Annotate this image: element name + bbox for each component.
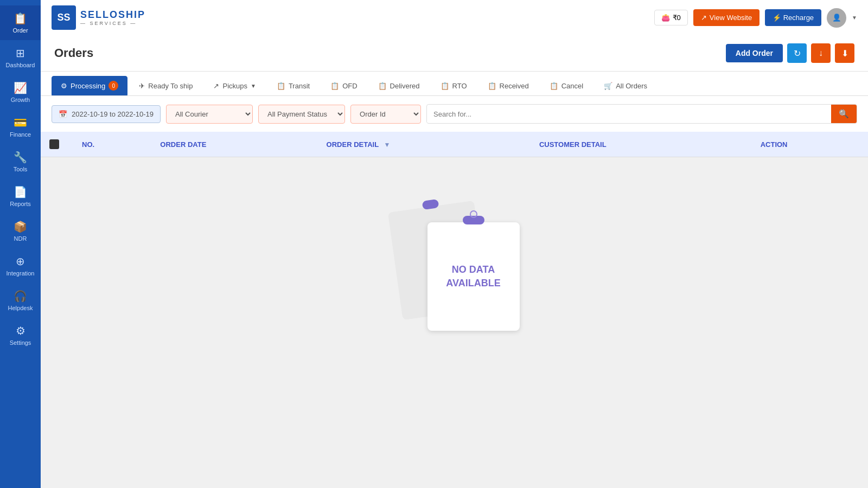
sidebar: 📋 Order ⊞ Dashboard 📈 Growth 💳 Finance 🔧… — [0, 0, 41, 488]
delivered-icon: 📋 — [378, 82, 387, 90]
add-order-button[interactable]: Add Order — [726, 44, 783, 62]
wallet-amount: ₹0 — [673, 14, 681, 22]
clipboard-illustration: NO DATA AVAILABLE — [384, 190, 525, 342]
download-button[interactable]: ↓ — [811, 43, 831, 63]
date-range-filter[interactable]: 📅 2022-10-19 to 2022-10-19 — [52, 105, 161, 123]
calendar-icon: 📅 — [59, 110, 67, 118]
sidebar-item-settings[interactable]: ⚙ Settings — [0, 318, 41, 352]
sidebar-item-finance[interactable]: 💳 Finance — [0, 110, 41, 144]
user-dropdown-arrow[interactable]: ▼ — [852, 15, 857, 21]
logo-area: SS SELLOSHIP — SERVICES — — [52, 5, 649, 30]
pickups-icon: ↗ — [213, 82, 219, 90]
ofd-icon: 📋 — [330, 82, 339, 90]
page-title: Orders — [54, 46, 93, 60]
no-col-header: NO. — [73, 132, 151, 157]
pickups-dropdown-arrow: ▼ — [251, 83, 256, 89]
settings-icon: ⚙ — [16, 324, 25, 337]
empty-state: NO DATA AVAILABLE — [41, 157, 868, 374]
growth-icon: 📈 — [14, 81, 27, 94]
customer-detail-col-header: CUSTOMER DETAIL — [531, 132, 752, 157]
page-header: Orders Add Order ↻ ↓ ⬇ — [41, 35, 868, 72]
rto-icon: 📋 — [441, 82, 449, 90]
order-detail-filter-icon[interactable]: ▼ — [384, 141, 391, 149]
user-avatar-button[interactable]: 👤 — [827, 8, 846, 28]
reports-icon: 📄 — [14, 185, 27, 198]
topbar: SS SELLOSHIP — SERVICES — 👛 ₹0 ↗ View We… — [41, 0, 868, 35]
order-id-filter[interactable]: Order IdAWBProduct — [350, 105, 421, 124]
orders-table: NO. ORDER DATE ORDER DETAIL ▼ CUSTOMER D… — [41, 132, 868, 157]
search-container: 🔍 — [426, 104, 857, 124]
tab-processing[interactable]: ⚙ Processing 0 — [52, 76, 127, 95]
recharge-button[interactable]: ⚡ Recharge — [765, 9, 821, 26]
brand-name: SELLOSHIP — [80, 9, 145, 21]
received-icon: 📋 — [488, 82, 496, 90]
tab-rto[interactable]: 📋 RTO — [431, 76, 476, 95]
user-icon: 👤 — [832, 14, 841, 22]
topbar-right: 👛 ₹0 ↗ View Website ⚡ Recharge 👤 ▼ — [654, 8, 857, 28]
clipboard-front: NO DATA AVAILABLE — [427, 222, 520, 331]
tabs-container: ⚙ Processing 0 ✈ Ready To ship ↗ Pickups… — [41, 72, 868, 96]
select-all-col — [41, 132, 73, 157]
sidebar-item-ndr[interactable]: 📦 NDR — [0, 214, 41, 248]
select-all-checkbox[interactable] — [49, 139, 59, 149]
sidebar-item-reports[interactable]: 📄 Reports — [0, 179, 41, 214]
dashboard-icon: ⊞ — [16, 47, 25, 60]
order-icon: 📋 — [14, 12, 27, 25]
helpdesk-icon: 🎧 — [14, 290, 27, 303]
logo-icon: SS — [52, 5, 76, 30]
tab-received[interactable]: 📋 Received — [478, 76, 538, 95]
sidebar-item-growth[interactable]: 📈 Growth — [0, 75, 41, 110]
courier-filter[interactable]: All CourierBlue DartDelhiveryFedEx — [166, 105, 253, 124]
cancel-icon: 📋 — [550, 82, 558, 90]
tab-ofd[interactable]: 📋 OFD — [321, 76, 366, 95]
order-date-col-header: ORDER DATE — [151, 132, 317, 157]
tab-ready-to-ship[interactable]: ✈ Ready To ship — [130, 76, 202, 95]
sidebar-item-integration[interactable]: ⊕ Integration — [0, 248, 41, 283]
tab-cancel[interactable]: 📋 Cancel — [540, 76, 592, 95]
sidebar-item-order[interactable]: 📋 Order — [0, 5, 41, 40]
ready-icon: ✈ — [139, 82, 145, 90]
processing-icon: ⚙ — [61, 82, 67, 90]
export-icon: ⬇ — [841, 48, 848, 59]
view-website-button[interactable]: ↗ View Website — [693, 9, 760, 26]
wallet-button[interactable]: 👛 ₹0 — [654, 10, 688, 25]
sidebar-item-helpdesk[interactable]: 🎧 Helpdesk — [0, 283, 41, 318]
refresh-button[interactable]: ↻ — [787, 43, 807, 63]
transit-icon: 📋 — [277, 82, 285, 90]
tab-all-orders[interactable]: 🛒 All Orders — [595, 76, 656, 95]
all-orders-icon: 🛒 — [604, 82, 612, 90]
main-content: SS SELLOSHIP — SERVICES — 👛 ₹0 ↗ View We… — [41, 0, 868, 488]
page-area: Orders Add Order ↻ ↓ ⬇ ⚙ Processing 0 — [41, 35, 868, 488]
header-actions: Add Order ↻ ↓ ⬇ — [726, 43, 854, 63]
external-link-icon: ↗ — [701, 14, 707, 22]
wallet-icon: 👛 — [661, 14, 670, 22]
tools-icon: 🔧 — [14, 151, 27, 164]
download-icon: ↓ — [819, 48, 823, 58]
table-header: NO. ORDER DATE ORDER DETAIL ▼ CUSTOMER D… — [41, 132, 868, 157]
sidebar-item-dashboard[interactable]: ⊞ Dashboard — [0, 40, 41, 75]
integration-icon: ⊕ — [16, 255, 25, 268]
search-icon: 🔍 — [839, 109, 849, 118]
search-input[interactable] — [427, 106, 831, 123]
brand-sub: — SERVICES — — [80, 21, 145, 26]
tab-transit[interactable]: 📋 Transit — [267, 76, 319, 95]
table-header-row: NO. ORDER DATE ORDER DETAIL ▼ CUSTOMER D… — [41, 132, 868, 157]
search-button[interactable]: 🔍 — [831, 105, 857, 123]
processing-badge: 0 — [108, 81, 118, 91]
table-container: NO. ORDER DATE ORDER DETAIL ▼ CUSTOMER D… — [41, 132, 868, 374]
filters-row: 📅 2022-10-19 to 2022-10-19 All CourierBl… — [41, 96, 868, 132]
sidebar-item-tools[interactable]: 🔧 Tools — [0, 144, 41, 179]
date-range-value: 2022-10-19 to 2022-10-19 — [72, 110, 154, 118]
logo-text: SELLOSHIP — SERVICES — — [80, 9, 145, 26]
ndr-icon: 📦 — [14, 220, 27, 233]
action-col-header: ACTION — [752, 132, 868, 157]
no-data-text: NO DATA AVAILABLE — [446, 263, 500, 290]
export-button[interactable]: ⬇ — [835, 43, 854, 63]
finance-icon: 💳 — [14, 116, 27, 129]
payment-status-filter[interactable]: All Payment StatusPrepaidCOD — [258, 105, 345, 124]
order-detail-col-header: ORDER DETAIL ▼ — [318, 132, 531, 157]
tab-pickups[interactable]: ↗ Pickups ▼ — [204, 76, 265, 95]
tab-delivered[interactable]: 📋 Delivered — [369, 76, 429, 95]
refresh-icon: ↻ — [794, 48, 801, 59]
